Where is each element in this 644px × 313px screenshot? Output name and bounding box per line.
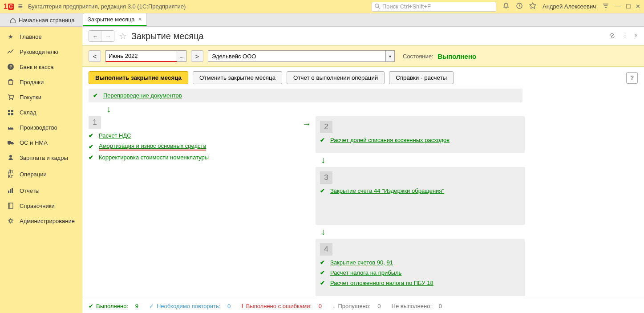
tabs-bar: Начальная страница Закрытие месяца ×	[0, 13, 644, 27]
minimize-icon[interactable]: —	[616, 3, 621, 10]
period-prev-button[interactable]: <	[89, 50, 101, 62]
svg-point-18	[9, 155, 12, 158]
op-nds-link[interactable]: Расчет НДС	[99, 132, 131, 139]
search-input[interactable]: Поиск Ctrl+Shift+F	[372, 2, 496, 12]
block3-badge: 3	[320, 171, 332, 184]
filter-row: < ... > ▾ Состояние: Выполнено	[82, 45, 644, 67]
star-solid-icon: ★	[6, 33, 15, 40]
maximize-icon[interactable]: ☐	[626, 3, 631, 10]
sidebar-item-admin[interactable]: Администрирование	[0, 213, 82, 228]
sidebar-item-catalogs[interactable]: Справочники	[0, 198, 82, 213]
block2-badge: 2	[320, 121, 332, 133]
period-select-button[interactable]: ...	[177, 50, 186, 62]
sidebar-item-warehouse[interactable]: Склад	[0, 105, 82, 120]
page-title: Закрытие месяца	[131, 31, 204, 41]
truck-icon	[6, 139, 15, 146]
cancel-button[interactable]: Отменить закрытие месяца	[193, 71, 282, 84]
check-icon: ✔	[320, 137, 325, 143]
op-doli-link[interactable]: Расчет долей списания косвенных расходов	[330, 137, 450, 143]
op-korr-link[interactable]: Корректировка стоимости номенклатуры	[99, 154, 209, 161]
op-pbu18-link[interactable]: Расчет отложенного налога по ПБУ 18	[330, 280, 433, 286]
favorite-star-icon[interactable]: ☆	[119, 31, 127, 41]
reprocessing-panel: ✔ Перепроведение документов	[89, 89, 522, 102]
state-value: Выполнено	[437, 53, 476, 60]
sidebar: ★Главное Руководителю ₽Банк и касса Прод…	[0, 27, 82, 313]
run-button[interactable]: Выполнить закрытие месяца	[89, 71, 188, 84]
title-icons: Андрей Алексеевич	[502, 2, 609, 11]
svg-rect-21	[12, 188, 13, 193]
titlebar: 1С ≡ Бухгалтерия предприятия, редакция 3…	[0, 0, 644, 13]
reproc-link[interactable]: Перепроведение документов	[103, 92, 182, 99]
organization-input[interactable]	[208, 50, 386, 62]
op-amort-link[interactable]: Амортизация и износ основных средств	[99, 142, 206, 150]
organization-dropdown-icon[interactable]: ▾	[386, 50, 395, 62]
sidebar-item-manager[interactable]: Руководителю	[0, 44, 82, 59]
svg-point-17	[12, 144, 13, 145]
svg-point-24	[9, 220, 12, 222]
sidebar-item-purchases[interactable]: Покупки	[0, 89, 82, 105]
history-icon[interactable]	[516, 2, 523, 11]
content: ← → ☆ Закрытие месяца ⋮ × < ... > ▾ Сост…	[82, 27, 644, 313]
sidebar-item-sales[interactable]: Продажи	[0, 74, 82, 89]
bell-icon[interactable]	[502, 2, 510, 11]
check-icon: ✔	[89, 143, 93, 150]
factory-icon	[6, 124, 15, 131]
check-icon: ✔	[320, 187, 325, 194]
check-icon: ✔	[89, 154, 93, 161]
svg-point-2	[506, 8, 506, 8]
sidebar-item-reports[interactable]: Отчеты	[0, 183, 82, 198]
content-header: ← → ☆ Закрытие месяца ⋮ ×	[82, 27, 644, 45]
status-errors: !Выполнено с ошибками: 0	[241, 303, 322, 309]
book-icon	[6, 202, 15, 209]
star-icon[interactable]	[529, 2, 536, 11]
op-acc9091-link[interactable]: Закрытие счетов 90, 91	[330, 259, 393, 266]
journal-icon: ДтКт	[6, 169, 15, 179]
period-input[interactable]	[105, 50, 177, 62]
nav-back-button[interactable]: ←	[89, 31, 101, 41]
cart-icon	[6, 93, 15, 101]
svg-rect-15	[8, 141, 11, 144]
sidebar-item-assets[interactable]: ОС и НМА	[0, 135, 82, 150]
sidebar-item-hr[interactable]: Зарплата и кадры	[0, 150, 82, 165]
svg-rect-11	[8, 110, 10, 112]
op-tax-link[interactable]: Расчет налога на прибыль	[330, 269, 401, 276]
warning-icon: !	[241, 303, 243, 309]
sidebar-item-main[interactable]: ★Главное	[0, 29, 82, 44]
sidebar-item-production[interactable]: Производство	[0, 120, 82, 135]
menu-icon[interactable]: ≡	[18, 2, 23, 11]
person-icon	[6, 154, 15, 161]
state-label: Состояние:	[403, 53, 433, 60]
app-title: Бухгалтерия предприятия, редакция 3.0 (1…	[28, 3, 186, 10]
refs-button[interactable]: Справки - расчеты	[389, 71, 454, 84]
tab-close-icon[interactable]: ×	[138, 16, 142, 23]
settings-lines-icon[interactable]	[602, 2, 609, 11]
user-name[interactable]: Андрей Алексеевич	[543, 3, 596, 10]
check-icon: ✔	[89, 132, 93, 139]
period-next-button[interactable]: >	[191, 50, 203, 62]
sidebar-item-operations[interactable]: ДтКтОперации	[0, 165, 82, 183]
close-icon[interactable]: ✕	[636, 3, 640, 10]
close-page-icon[interactable]: ×	[634, 32, 638, 41]
check-icon: ✔	[89, 303, 93, 309]
block1-badge: 1	[89, 116, 101, 129]
nav-forward-button[interactable]: →	[101, 31, 114, 41]
ruble-icon: ₽	[6, 63, 15, 70]
tab-home[interactable]: Начальная страница	[4, 14, 81, 26]
tab-active[interactable]: Закрытие месяца ×	[83, 13, 147, 26]
status-done: ✔Выполнено: 9	[89, 303, 138, 309]
link-icon[interactable]	[609, 32, 616, 41]
svg-rect-13	[8, 113, 10, 115]
svg-rect-12	[11, 110, 13, 112]
search-icon	[375, 4, 381, 9]
sidebar-item-bank[interactable]: ₽Банк и касса	[0, 59, 82, 74]
check-outline-icon: ✓	[149, 303, 154, 309]
more-icon[interactable]: ⋮	[622, 32, 628, 41]
svg-rect-19	[8, 191, 9, 193]
svg-text:₽: ₽	[9, 65, 12, 69]
check-icon: ✔	[93, 92, 98, 99]
op-acc44-link[interactable]: Закрытие счета 44 "Издержки обращения"	[330, 187, 444, 194]
help-button[interactable]: ?	[626, 72, 638, 84]
arrow-down-icon: ↓	[321, 155, 525, 165]
check-icon: ✔	[320, 269, 325, 276]
report-button[interactable]: Отчет о выполнении операций	[287, 71, 385, 84]
